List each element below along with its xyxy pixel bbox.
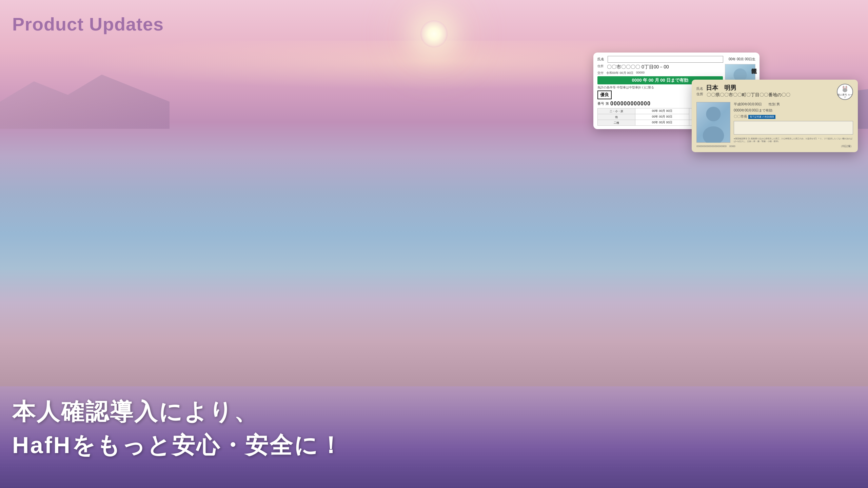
page-title: Product Updates xyxy=(12,14,164,35)
background-gradient xyxy=(0,0,434,244)
